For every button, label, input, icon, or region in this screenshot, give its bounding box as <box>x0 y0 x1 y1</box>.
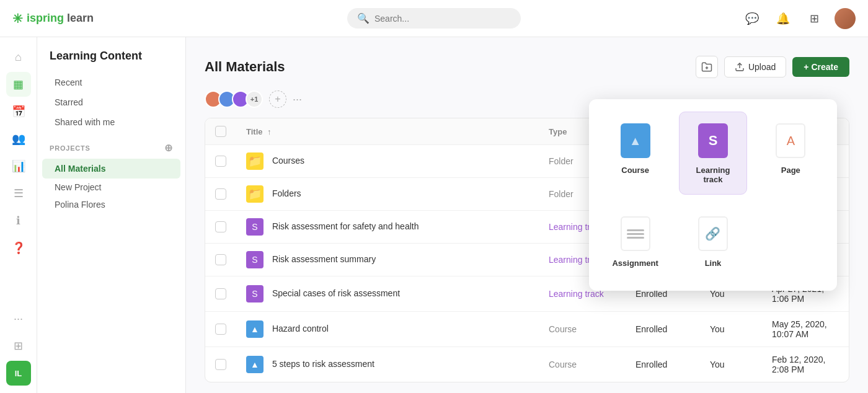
learning-track-icon: S <box>246 251 264 268</box>
create-assignment-item[interactable]: Assignment <box>601 205 669 278</box>
new-folder-button[interactable] <box>696 56 718 78</box>
sidebar-section-projects: PROJECTS ⊕ <box>37 132 185 159</box>
user-initials-badge[interactable]: IL <box>6 361 31 386</box>
row-checkbox[interactable] <box>215 288 226 299</box>
row-title[interactable]: ▲ 5 steps to risk assessment <box>236 347 539 382</box>
upload-label: Upload <box>748 62 776 72</box>
sidebar: Learning Content Recent Starred Shared w… <box>37 37 186 393</box>
sidebar-item-polina-flores[interactable]: Polina Flores <box>42 196 180 213</box>
row-title[interactable]: S Risk assessment for safety and health <box>236 211 539 244</box>
course-icon: ▲ <box>246 356 264 373</box>
logo-text: ispring learn <box>27 12 94 25</box>
rail-home[interactable]: ⌂ <box>6 45 31 69</box>
learning-track-dropdown-label: Learning track <box>687 166 738 184</box>
sidebar-item-recent[interactable]: Recent <box>42 73 180 92</box>
assignment-dropdown-icon <box>619 215 652 252</box>
search-icon: 🔍 <box>357 12 370 24</box>
logo-icon: ✳ <box>12 11 23 26</box>
header-actions: Upload + Create <box>696 56 849 78</box>
rail-info[interactable]: ℹ <box>6 208 31 233</box>
notification-icon[interactable]: 🔔 <box>773 8 794 29</box>
row-title[interactable]: 📁 Folders <box>236 178 539 211</box>
rail-more[interactable]: ··· <box>6 306 31 331</box>
avatar-stack: +1 <box>205 91 263 108</box>
course-icon: ▲ <box>246 320 264 338</box>
more-options-button[interactable]: ··· <box>293 93 302 106</box>
learning-track-dropdown-icon: S <box>697 122 729 159</box>
apps-icon[interactable]: ⊞ <box>804 8 825 29</box>
upload-button[interactable]: Upload <box>724 56 786 77</box>
topnav: ✳ ispring learn 🔍 💬 🔔 ⊞ <box>0 0 868 37</box>
sidebar-item-shared[interactable]: Shared with me <box>42 112 180 132</box>
page-title: All Materials <box>205 59 285 75</box>
avatar-count[interactable]: +1 <box>246 91 263 108</box>
learning-track-icon: S <box>246 218 264 236</box>
sidebar-item-new-project[interactable]: New Project <box>42 179 180 196</box>
logo: ✳ ispring learn <box>12 11 94 26</box>
rail-calendar[interactable]: 📅 <box>6 99 31 124</box>
row-owner: You <box>700 347 762 382</box>
add-project-icon[interactable]: ⊕ <box>164 142 173 154</box>
create-dropdown: Course S Learning track A Page Assignmen… <box>589 99 837 291</box>
row-type[interactable]: Course <box>549 360 577 369</box>
row-checkbox[interactable] <box>215 324 226 335</box>
row-owner: You <box>700 312 762 347</box>
row-title[interactable]: 📁 Courses <box>236 145 539 178</box>
sidebar-item-all-materials[interactable]: All Materials <box>42 159 180 179</box>
create-course-item[interactable]: Course <box>601 112 669 195</box>
folder-icon: 📁 <box>246 185 264 203</box>
row-modified: Feb 12, 2020, 2:08 PM <box>762 347 849 382</box>
link-dropdown-label: Link <box>705 258 722 268</box>
row-type[interactable]: Course <box>549 324 577 334</box>
create-learning-track-item[interactable]: S Learning track <box>679 112 746 195</box>
search-input[interactable] <box>374 14 511 24</box>
rail-users[interactable]: 👥 <box>6 126 31 151</box>
row-type: Folder <box>549 156 574 166</box>
rail-help[interactable]: ❓ <box>6 236 31 260</box>
row-checkbox[interactable] <box>215 221 226 232</box>
user-avatar[interactable] <box>835 8 856 29</box>
row-title[interactable]: ▲ Hazard control <box>236 312 539 347</box>
create-link-item[interactable]: 🔗 Link <box>679 205 746 278</box>
row-checkbox[interactable] <box>215 254 226 265</box>
row-checkbox[interactable] <box>215 188 226 200</box>
create-button[interactable]: + Create <box>792 57 849 77</box>
select-all-checkbox[interactable] <box>215 126 226 137</box>
row-enrollment: Enrolled <box>626 312 700 347</box>
topnav-icons: 💬 🔔 ⊞ <box>742 8 856 29</box>
chat-icon[interactable]: 💬 <box>742 8 763 29</box>
sidebar-title: Learning Content <box>37 50 185 73</box>
learning-track-icon: S <box>246 285 264 302</box>
search-bar[interactable]: 🔍 <box>347 8 521 29</box>
rail-analytics[interactable]: 📊 <box>6 154 31 179</box>
icon-rail: ⌂ ▦ 📅 👥 📊 ☰ ℹ ❓ ··· ⊞ IL <box>0 37 37 393</box>
row-modified: May 25, 2020, 10:07 AM <box>762 312 849 347</box>
folder-icon: 📁 <box>246 152 264 170</box>
link-dropdown-icon: 🔗 <box>697 215 729 252</box>
page-header: All Materials Upload + Create <box>205 56 849 78</box>
sort-arrow: ↑ <box>267 127 272 136</box>
rail-list[interactable]: ☰ <box>6 181 31 206</box>
rail-widget[interactable]: ⊞ <box>6 333 31 358</box>
title-header[interactable]: Title ↑ <box>236 118 539 145</box>
rail-content[interactable]: ▦ <box>6 72 31 97</box>
select-all-header[interactable] <box>205 118 236 145</box>
row-title[interactable]: S Risk assessment summary <box>236 244 539 276</box>
row-checkbox[interactable] <box>215 156 226 167</box>
course-dropdown-icon <box>619 122 652 159</box>
row-title[interactable]: S Special cases of risk assessment <box>236 276 539 312</box>
table-row: ▲ Hazard control Course Enrolled You May… <box>205 312 849 347</box>
table-row: ▲ 5 steps to risk assessment Course Enro… <box>205 347 849 382</box>
page-dropdown-icon: A <box>774 122 807 159</box>
create-page-item[interactable]: A Page <box>757 112 825 195</box>
row-enrollment: Enrolled <box>626 347 700 382</box>
course-dropdown-label: Course <box>621 166 649 175</box>
assignment-dropdown-label: Assignment <box>612 258 658 268</box>
page-dropdown-label: Page <box>781 166 800 175</box>
row-checkbox[interactable] <box>215 359 226 370</box>
add-collaborator-button[interactable]: + <box>269 91 286 108</box>
sidebar-item-starred[interactable]: Starred <box>42 92 180 112</box>
create-label: + Create <box>804 62 838 72</box>
row-type: Folder <box>549 189 574 199</box>
